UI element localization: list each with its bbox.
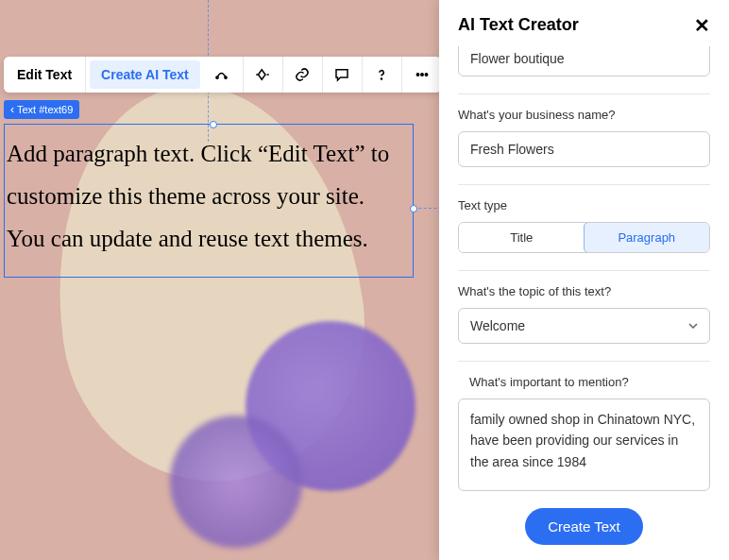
svg-point-0 (216, 76, 218, 78)
ai-text-creator-panel: AI Text Creator ✕ What's your business n… (439, 0, 729, 560)
text-type-label: Text type (458, 198, 710, 212)
business-name-input[interactable] (458, 131, 710, 167)
business-type-field (458, 46, 710, 94)
business-name-field: What's your business name? (458, 108, 710, 185)
create-text-button[interactable]: Create Text (525, 508, 642, 545)
animation-icon[interactable] (204, 57, 244, 93)
comment-icon[interactable] (323, 57, 363, 93)
topic-label: What's the topic of this text? (458, 284, 710, 298)
resize-handle-top[interactable] (210, 121, 217, 128)
topic-field: What's the topic of this text? Welcome (458, 284, 710, 362)
background-flower-2 (170, 416, 302, 548)
link-icon[interactable] (283, 57, 323, 93)
svg-point-3 (416, 74, 418, 76)
edit-text-button[interactable]: Edit Text (4, 57, 86, 93)
important-textarea[interactable] (458, 399, 710, 491)
text-type-segmented: Title Paragraph (458, 222, 710, 253)
text-toolbar: Edit Text Create AI Text (4, 57, 442, 93)
text-type-title[interactable]: Title (459, 223, 585, 252)
panel-title: AI Text Creator (458, 15, 579, 35)
seo-icon[interactable] (244, 57, 283, 93)
svg-point-2 (381, 78, 382, 79)
element-badge[interactable]: Text #text69 (4, 100, 79, 119)
element-badge-label: Text #text69 (17, 104, 73, 115)
selected-text-element[interactable]: Add paragraph text. Click “Edit Text” to… (4, 124, 414, 278)
text-type-field: Text type Title Paragraph (458, 198, 710, 271)
resize-handle-right[interactable] (410, 205, 417, 212)
svg-point-1 (225, 76, 227, 78)
text-type-paragraph[interactable]: Paragraph (584, 222, 711, 253)
help-icon[interactable] (363, 57, 402, 93)
important-field: What's important to mention? (458, 375, 710, 495)
create-ai-text-button[interactable]: Create AI Text (90, 60, 200, 89)
business-name-label: What's your business name? (458, 108, 710, 122)
close-icon[interactable]: ✕ (694, 16, 710, 35)
important-label: What's important to mention? (469, 375, 710, 389)
svg-point-5 (425, 74, 427, 76)
svg-point-4 (420, 74, 422, 76)
business-type-input[interactable] (458, 46, 710, 76)
more-icon[interactable] (402, 57, 442, 93)
topic-select[interactable]: Welcome (458, 308, 710, 344)
paragraph-text: Add paragraph text. Click “Edit Text” to… (7, 141, 389, 251)
